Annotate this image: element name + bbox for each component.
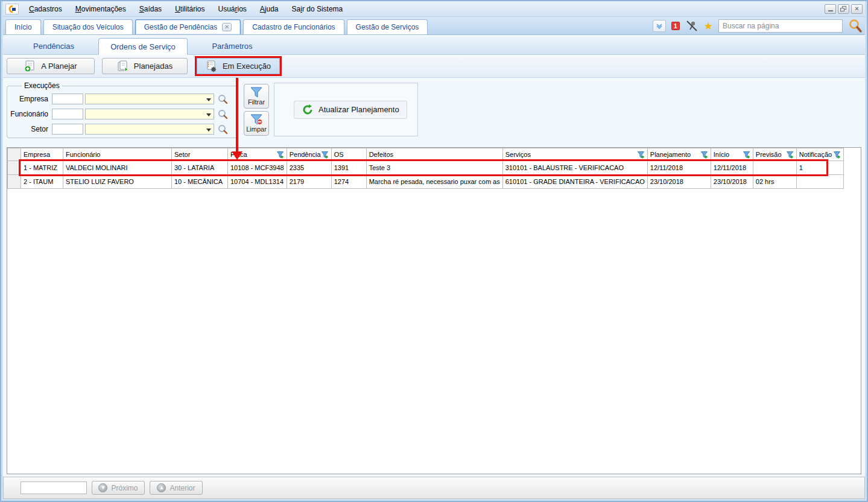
a-planejar-button[interactable]: A Planejar	[7, 58, 95, 74]
cell-pendencia[interactable]: 2179	[287, 175, 331, 189]
close-tab-icon[interactable]: ✕	[222, 23, 232, 31]
cell-placa[interactable]: 10704 - MDL1314	[228, 175, 287, 189]
menu-movimentacoes[interactable]: Movimentações	[69, 3, 133, 15]
col-empresa[interactable]: Empresa	[21, 148, 63, 161]
em-execucao-button[interactable]: Em Execução	[197, 58, 280, 74]
funcionario-label: Funcionário	[7, 110, 52, 118]
annotation-arrowhead	[232, 151, 242, 160]
cell-inicio[interactable]: 12/11/2018	[711, 161, 753, 175]
col-servicos[interactable]: Serviços	[502, 148, 647, 161]
tab-gestao-de-servicos[interactable]: Gestão de Serviços	[347, 19, 428, 34]
column-filter-icon[interactable]	[321, 151, 329, 159]
cell-empresa[interactable]: 2 - ITAUM	[21, 175, 63, 189]
menu-sair-do-sistema[interactable]: Sair do Sistema	[285, 3, 350, 15]
tab-gestao-de-pendencias[interactable]: Gestão de Pendências ✕	[135, 19, 241, 34]
funnel-icon	[250, 87, 263, 98]
column-filter-icon[interactable]	[700, 151, 708, 159]
menu-usuarios[interactable]: Usuários	[211, 3, 253, 15]
cell-pendencia[interactable]: 2335	[287, 161, 331, 175]
combo-arrow-icon	[206, 129, 211, 132]
cell-setor[interactable]: 10 - MECÂNICA	[172, 175, 228, 189]
col-funcionario[interactable]: Funcionário	[63, 148, 172, 161]
tab-situacao-dos-veiculos[interactable]: Situação dos Veículos	[43, 19, 133, 34]
tab-cadastro-de-funcionarios[interactable]: Cadastro de Funcionários	[243, 19, 344, 34]
cell-servicos[interactable]: 310101 - BALAUSTRE - VERIFICACAO	[502, 161, 647, 175]
empresa-combo[interactable]	[85, 94, 214, 104]
cell-servicos[interactable]: 610101 - GRADE DIANTEIRA - VERIFICACAO	[502, 175, 647, 189]
chevron-down-button[interactable]	[653, 20, 666, 32]
pin-disabled-icon[interactable]	[685, 20, 699, 32]
tab-parametros[interactable]: Parâmetros	[188, 37, 277, 54]
cell-os[interactable]: 1391	[331, 161, 366, 175]
cell-notificacao[interactable]	[796, 175, 843, 189]
column-filter-icon[interactable]	[833, 151, 841, 159]
cell-notificacao[interactable]: 1	[796, 161, 843, 175]
cell-placa[interactable]: 10108 - MCF3948	[228, 161, 287, 175]
cell-defeitos[interactable]: Marcha ré pesada, necessario puxar com a…	[366, 175, 502, 189]
chevron-down-icon	[656, 23, 663, 29]
atualizar-planejamento-button[interactable]: Atualizar Planejamento	[294, 101, 407, 119]
col-setor[interactable]: Setor	[172, 148, 228, 161]
col-planejamento[interactable]: Planejamento	[647, 148, 711, 161]
empresa-filter-row: Empresa	[7, 94, 238, 104]
cell-funcionario[interactable]: VALDECI MOLINARI	[63, 161, 172, 175]
menu-saidas[interactable]: Saídas	[133, 3, 168, 15]
cell-planejamento[interactable]: 12/11/2018	[647, 161, 711, 175]
col-os[interactable]: OS	[331, 148, 366, 161]
cell-planejamento[interactable]: 23/10/2018	[647, 175, 711, 189]
menu-cadastros[interactable]: Cadastros	[22, 3, 69, 15]
funcionario-combo[interactable]	[85, 109, 214, 119]
cell-previsao[interactable]	[753, 161, 796, 175]
filtrar-button[interactable]: Filtrar	[244, 84, 269, 109]
funcionario-code-input[interactable]	[52, 109, 83, 119]
minimize-button[interactable]	[825, 4, 836, 14]
pager-input[interactable]	[21, 481, 87, 494]
setor-code-input[interactable]	[52, 124, 83, 135]
menu-utilitarios[interactable]: Utilitários	[168, 3, 211, 15]
proximo-button[interactable]: ▼ Próximo	[92, 481, 145, 495]
col-inicio[interactable]: Início	[711, 148, 753, 161]
funnel-clear-icon	[250, 114, 263, 125]
col-pendencia[interactable]: Pendência	[287, 148, 331, 161]
col-notificacao[interactable]: Notificação	[796, 148, 843, 161]
empresa-code-input[interactable]	[52, 94, 83, 104]
tab-inicio[interactable]: Início	[5, 19, 41, 34]
funcionario-lookup-icon[interactable]	[218, 109, 228, 119]
column-filter-icon[interactable]	[743, 151, 750, 159]
favorites-star-icon[interactable]: ★	[704, 21, 713, 31]
app-logo-icon	[5, 4, 19, 14]
column-filter-icon[interactable]	[786, 151, 794, 159]
empresa-lookup-icon[interactable]	[218, 94, 228, 104]
cell-os[interactable]: 1274	[331, 175, 366, 189]
cell-setor[interactable]: 30 - LATARIA	[172, 161, 228, 175]
cell-previsao[interactable]: 02 hrs	[753, 175, 796, 189]
col-defeitos[interactable]: Defeitos	[366, 148, 502, 161]
cell-funcionario[interactable]: STELIO LUIZ FAVERO	[63, 175, 172, 189]
search-icon[interactable]	[848, 19, 863, 33]
limpar-button[interactable]: Limpar	[244, 111, 269, 136]
table-row[interactable]: 1 - MATRIZ VALDECI MOLINARI 30 - LATARIA…	[8, 161, 844, 175]
pager-bar: ▼ Próximo ▲ Anterior	[3, 477, 865, 499]
column-filter-icon[interactable]	[276, 151, 284, 159]
planejadas-button[interactable]: Planejadas	[102, 58, 188, 74]
tab-ordens-de-servico[interactable]: Ordens de Serviço	[98, 38, 188, 55]
search-input[interactable]	[718, 19, 843, 33]
row-indicator	[8, 175, 21, 189]
annotation-arrow-line	[236, 78, 238, 153]
cell-empresa[interactable]: 1 - MATRIZ	[21, 161, 63, 175]
menu-ajuda[interactable]: Ajuda	[253, 3, 285, 15]
setor-combo[interactable]	[85, 124, 214, 135]
cell-inicio[interactable]: 23/10/2018	[711, 175, 753, 189]
column-filter-icon[interactable]	[637, 151, 645, 159]
update-panel: Atualizar Planejamento	[274, 83, 418, 136]
notification-badge[interactable]: 1	[671, 22, 680, 30]
restore-button[interactable]	[838, 4, 849, 14]
combo-arrow-icon	[206, 98, 211, 101]
table-row[interactable]: 2 - ITAUM STELIO LUIZ FAVERO 10 - MECÂNI…	[8, 175, 844, 189]
cell-defeitos[interactable]: Teste 3	[366, 161, 502, 175]
tab-pendencias[interactable]: Pendências	[9, 37, 98, 54]
setor-lookup-icon[interactable]	[218, 124, 228, 135]
anterior-button[interactable]: ▲ Anterior	[150, 481, 203, 495]
close-button[interactable]: ×	[851, 4, 863, 14]
col-previsao[interactable]: Previsão	[753, 148, 796, 161]
